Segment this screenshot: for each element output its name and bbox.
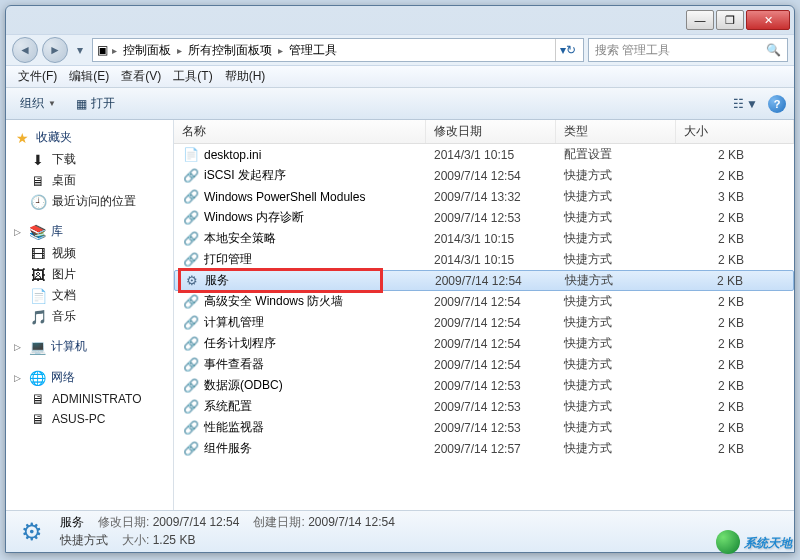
history-dropdown[interactable]: ▾ bbox=[72, 40, 88, 60]
file-row[interactable]: 📄desktop.ini2014/3/1 10:15配置设置2 KB bbox=[174, 144, 794, 165]
breadcrumb[interactable]: 控制面板 bbox=[121, 42, 173, 59]
sidebar-libraries[interactable]: ▷📚库 bbox=[6, 220, 173, 243]
maximize-button[interactable]: ❐ bbox=[716, 10, 744, 30]
menu-help[interactable]: 帮助(H) bbox=[219, 68, 272, 85]
minimize-button[interactable]: — bbox=[686, 10, 714, 30]
file-type: 快捷方式 bbox=[564, 356, 684, 373]
breadcrumb[interactable]: 所有控制面板项 bbox=[186, 42, 274, 59]
file-size: 2 KB bbox=[684, 169, 794, 183]
sidebar-item-videos[interactable]: 🎞视频 bbox=[6, 243, 173, 264]
file-size: 2 KB bbox=[684, 211, 794, 225]
breadcrumb[interactable]: 管理工具 bbox=[287, 42, 339, 59]
forward-button[interactable]: ► bbox=[42, 37, 68, 63]
file-row[interactable]: 🔗事件查看器2009/7/14 12:54快捷方式2 KB bbox=[174, 354, 794, 375]
file-icon: 🔗 bbox=[182, 378, 200, 394]
file-icon: 🔗 bbox=[182, 399, 200, 415]
file-row[interactable]: 🔗系统配置2009/7/14 12:53快捷方式2 KB bbox=[174, 396, 794, 417]
file-size: 2 KB bbox=[684, 148, 794, 162]
file-row[interactable]: 🔗Windows 内存诊断2009/7/14 12:53快捷方式2 KB bbox=[174, 207, 794, 228]
recent-icon: 🕘 bbox=[30, 194, 46, 210]
sidebar-item-music[interactable]: 🎵音乐 bbox=[6, 306, 173, 327]
menu-tools[interactable]: 工具(T) bbox=[167, 68, 218, 85]
file-date: 2009/7/14 12:54 bbox=[434, 337, 564, 351]
file-icon: 🔗 bbox=[182, 420, 200, 436]
file-size: 2 KB bbox=[684, 358, 794, 372]
music-icon: 🎵 bbox=[30, 309, 46, 325]
sidebar-item-documents[interactable]: 📄文档 bbox=[6, 285, 173, 306]
file-date: 2009/7/14 12:53 bbox=[434, 379, 564, 393]
sidebar-item-network-pc[interactable]: 🖥ASUS-PC bbox=[6, 409, 173, 429]
column-size[interactable]: 大小 bbox=[676, 120, 794, 143]
file-type: 快捷方式 bbox=[564, 188, 684, 205]
collapse-icon: ▷ bbox=[14, 342, 21, 352]
file-row[interactable]: 🔗性能监视器2009/7/14 12:53快捷方式2 KB bbox=[174, 417, 794, 438]
file-row[interactable]: 🔗数据源(ODBC)2009/7/14 12:53快捷方式2 KB bbox=[174, 375, 794, 396]
sidebar-item-pictures[interactable]: 🖼图片 bbox=[6, 264, 173, 285]
sidebar-favorites[interactable]: ★收藏夹 bbox=[6, 126, 173, 149]
breadcrumb-box[interactable]: ▣ ▸ 控制面板 ▸ 所有控制面板项 ▸ 管理工具 ▾ ↻ bbox=[92, 38, 584, 62]
file-icon: 🔗 bbox=[182, 252, 200, 268]
collapse-icon: ▷ bbox=[14, 373, 21, 383]
file-date: 2009/7/14 12:54 bbox=[434, 316, 564, 330]
back-button[interactable]: ◄ bbox=[12, 37, 38, 63]
titlebar: — ❐ ✕ bbox=[6, 6, 794, 34]
sidebar-item-desktop[interactable]: 🖥桌面 bbox=[6, 170, 173, 191]
file-name: 任务计划程序 bbox=[204, 335, 434, 352]
desktop-icon: 🖥 bbox=[30, 173, 46, 189]
help-button[interactable]: ? bbox=[768, 95, 786, 113]
menu-edit[interactable]: 编辑(E) bbox=[63, 68, 115, 85]
file-type: 快捷方式 bbox=[564, 293, 684, 310]
menu-view[interactable]: 查看(V) bbox=[115, 68, 167, 85]
video-icon: 🎞 bbox=[30, 246, 46, 262]
file-type: 快捷方式 bbox=[564, 230, 684, 247]
file-date: 2009/7/14 12:54 bbox=[434, 169, 564, 183]
file-row[interactable]: 🔗计算机管理2009/7/14 12:54快捷方式2 KB bbox=[174, 312, 794, 333]
file-icon: 🔗 bbox=[182, 336, 200, 352]
sidebar-item-network-pc[interactable]: 🖥ADMINISTRATO bbox=[6, 389, 173, 409]
file-row[interactable]: ⚙服务2009/7/14 12:54快捷方式2 KB bbox=[174, 270, 794, 291]
sidebar-network[interactable]: ▷🌐网络 bbox=[6, 366, 173, 389]
explorer-window: — ❐ ✕ ◄ ► ▾ ▣ ▸ 控制面板 ▸ 所有控制面板项 ▸ 管理工具 ▾ … bbox=[5, 5, 795, 553]
sidebar-item-recent[interactable]: 🕘最近访问的位置 bbox=[6, 191, 173, 212]
file-icon: 🔗 bbox=[182, 168, 200, 184]
file-type: 快捷方式 bbox=[564, 251, 684, 268]
organize-button[interactable]: 组织▼ bbox=[14, 93, 62, 114]
file-name: Windows 内存诊断 bbox=[204, 209, 434, 226]
status-type: 快捷方式 bbox=[60, 532, 108, 549]
file-type: 快捷方式 bbox=[564, 377, 684, 394]
column-date[interactable]: 修改日期 bbox=[426, 120, 556, 143]
open-button[interactable]: ▦ 打开 bbox=[70, 93, 121, 114]
file-row[interactable]: 🔗打印管理2014/3/1 10:15快捷方式2 KB bbox=[174, 249, 794, 270]
column-name[interactable]: 名称 bbox=[174, 120, 426, 143]
file-row[interactable]: 🔗组件服务2009/7/14 12:57快捷方式2 KB bbox=[174, 438, 794, 459]
file-row[interactable]: 🔗本地安全策略2014/3/1 10:15快捷方式2 KB bbox=[174, 228, 794, 249]
view-mode-button[interactable]: ☷ ▼ bbox=[733, 97, 758, 111]
file-date: 2009/7/14 12:54 bbox=[434, 358, 564, 372]
status-filename: 服务 bbox=[60, 514, 84, 531]
file-type: 快捷方式 bbox=[564, 419, 684, 436]
file-date: 2014/3/1 10:15 bbox=[434, 232, 564, 246]
folder-icon: ▣ bbox=[97, 43, 108, 57]
search-input[interactable]: 搜索 管理工具 🔍 bbox=[588, 38, 788, 62]
file-icon: 📄 bbox=[182, 147, 200, 163]
pc-icon: 🖥 bbox=[30, 411, 46, 427]
sidebar-item-downloads[interactable]: ⬇下载 bbox=[6, 149, 173, 170]
file-row[interactable]: 🔗Windows PowerShell Modules2009/7/14 13:… bbox=[174, 186, 794, 207]
file-list[interactable]: 📄desktop.ini2014/3/1 10:15配置设置2 KB🔗iSCSI… bbox=[174, 144, 794, 510]
menu-file[interactable]: 文件(F) bbox=[12, 68, 63, 85]
file-name: 事件查看器 bbox=[204, 356, 434, 373]
file-name: 服务 bbox=[205, 272, 435, 289]
sidebar-computer[interactable]: ▷💻计算机 bbox=[6, 335, 173, 358]
file-row[interactable]: 🔗iSCSI 发起程序2009/7/14 12:54快捷方式2 KB bbox=[174, 165, 794, 186]
column-type[interactable]: 类型 bbox=[556, 120, 676, 143]
collapse-icon: ▷ bbox=[14, 227, 21, 237]
file-name: 组件服务 bbox=[204, 440, 434, 457]
refresh-button[interactable]: ▾ ↻ bbox=[555, 39, 579, 61]
file-date: 2009/7/14 12:53 bbox=[434, 400, 564, 414]
file-icon: 🔗 bbox=[182, 189, 200, 205]
file-row[interactable]: 🔗高级安全 Windows 防火墙2009/7/14 12:54快捷方式2 KB bbox=[174, 291, 794, 312]
close-button[interactable]: ✕ bbox=[746, 10, 790, 30]
file-date: 2009/7/14 13:32 bbox=[434, 190, 564, 204]
file-row[interactable]: 🔗任务计划程序2009/7/14 12:54快捷方式2 KB bbox=[174, 333, 794, 354]
file-date: 2009/7/14 12:54 bbox=[434, 295, 564, 309]
